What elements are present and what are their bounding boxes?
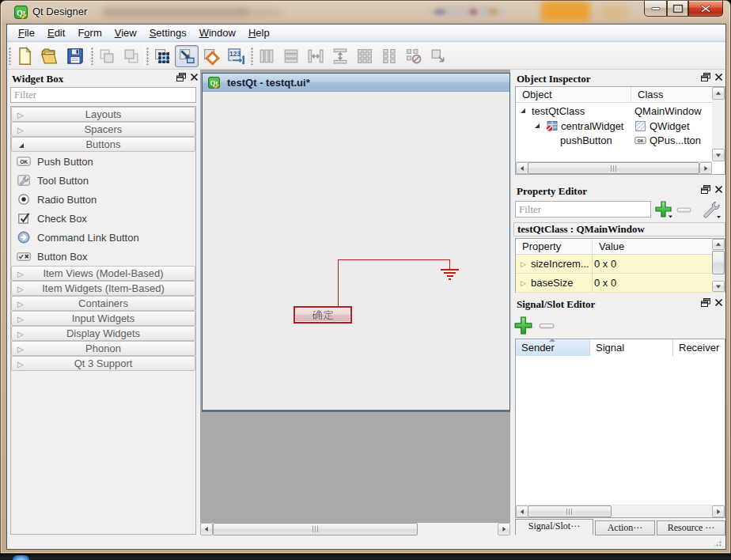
- scroll-left-icon[interactable]: [200, 523, 213, 535]
- pe-vscrollbar[interactable]: [712, 239, 725, 292]
- expand-arrow-icon[interactable]: ▷: [521, 260, 526, 268]
- column-header-value[interactable]: Value: [593, 239, 712, 255]
- category-input-widgets[interactable]: ▷Input Widgets: [11, 311, 195, 326]
- close-panel-icon[interactable]: [714, 72, 725, 83]
- category-containers[interactable]: ▷Containers: [11, 296, 195, 311]
- close-panel-icon[interactable]: [714, 184, 725, 195]
- scroll-left-icon[interactable]: [516, 505, 528, 517]
- object-inspector-tree[interactable]: Object Class testQtClassQMainWindowcentr…: [515, 86, 725, 175]
- scroll-right-icon[interactable]: [699, 162, 712, 174]
- open-form-button[interactable]: [38, 45, 62, 67]
- toolbar-handle[interactable]: [9, 47, 11, 65]
- float-panel-icon[interactable]: [700, 72, 712, 83]
- menu-form[interactable]: Form: [71, 25, 108, 41]
- widget-tool-button[interactable]: Tool Button: [11, 171, 195, 190]
- add-connection-icon[interactable]: [513, 316, 534, 336]
- toolbar-handle[interactable]: [146, 47, 149, 65]
- layout-vertical-splitter-button[interactable]: [328, 45, 352, 67]
- maximize-button[interactable]: [667, 1, 688, 17]
- lower-button[interactable]: [95, 45, 119, 67]
- scroll-down-icon[interactable]: [712, 149, 725, 161]
- layout-grid-button[interactable]: [353, 45, 377, 67]
- column-header-sender[interactable]: Sender: [516, 339, 590, 356]
- expand-arrow-icon[interactable]: ▷: [521, 279, 526, 287]
- layout-horizontal-splitter-button[interactable]: [304, 45, 328, 67]
- float-panel-icon[interactable]: [176, 72, 187, 83]
- new-form-button[interactable]: [13, 45, 36, 67]
- property-table[interactable]: Property Value ▷sizeIncrem...0 x 0▷baseS…: [515, 238, 725, 293]
- scroll-up-icon[interactable]: [712, 87, 725, 100]
- menu-help[interactable]: Help: [242, 25, 276, 41]
- pe-vscroll-thumb[interactable]: [712, 251, 725, 274]
- close-panel-icon[interactable]: [714, 297, 725, 308]
- form-window-titlebar[interactable]: Qt testQt - testqt.ui*: [203, 74, 509, 92]
- widget-command-link-button[interactable]: Command Link Button: [11, 228, 195, 247]
- column-header-property[interactable]: Property: [516, 239, 593, 255]
- break-layout-button[interactable]: [402, 45, 426, 67]
- expanded-arrow-icon[interactable]: [521, 108, 525, 113]
- oi-hscroll-thumb[interactable]: [528, 162, 699, 174]
- category-buttons[interactable]: Buttons: [11, 137, 195, 152]
- expanded-arrow-icon[interactable]: [535, 123, 540, 128]
- category-item-views-model-based-[interactable]: ▷Item Views (Model-Based): [11, 266, 195, 281]
- ss-hscrollbar[interactable]: [516, 505, 725, 517]
- column-header-object[interactable]: Object: [516, 87, 631, 103]
- title-bar[interactable]: Qt Qt Designer: [1, 1, 730, 24]
- widget-filter-input[interactable]: Filter: [10, 87, 196, 103]
- category-qt-3-support[interactable]: ▷Qt 3 Support: [11, 356, 195, 371]
- tab-action-[interactable]: Action···: [595, 520, 655, 535]
- category-display-widgets[interactable]: ▷Display Widgets: [11, 326, 195, 341]
- scroll-up-icon[interactable]: [712, 239, 725, 250]
- save-form-button[interactable]: [63, 45, 87, 67]
- adjust-size-button[interactable]: [426, 45, 450, 67]
- close-panel-icon[interactable]: [189, 72, 201, 83]
- property-row-baseSize[interactable]: ▷baseSize0 x 0: [516, 274, 725, 293]
- tree-row-pushButton[interactable]: pushButtonOKQPus...tton: [516, 133, 725, 147]
- tree-row-testQtClass[interactable]: testQtClassQMainWindow: [516, 104, 725, 118]
- menu-view[interactable]: View: [108, 25, 143, 41]
- minimize-button[interactable]: [644, 1, 667, 17]
- menu-settings[interactable]: Settings: [143, 25, 193, 41]
- tab-signal-slot-[interactable]: Signal/Slot···: [515, 519, 593, 535]
- mdi-hscrollbar[interactable]: [200, 523, 510, 535]
- add-property-icon[interactable]: [654, 200, 673, 219]
- toolbar-handle[interactable]: [251, 47, 253, 65]
- mdi-hscroll-thumb[interactable]: [213, 523, 418, 535]
- float-panel-icon[interactable]: [700, 297, 712, 308]
- remove-connection-icon[interactable]: [537, 316, 558, 336]
- form-canvas[interactable]: [203, 93, 509, 410]
- scroll-right-icon[interactable]: [498, 523, 510, 535]
- edit-buddies-button[interactable]: [199, 45, 223, 67]
- configure-property-icon[interactable]: [702, 200, 721, 219]
- layout-horizontally-button[interactable]: [255, 45, 278, 67]
- column-header-signal[interactable]: Signal: [590, 339, 673, 356]
- layout-form-button[interactable]: [377, 45, 401, 67]
- scroll-left-icon[interactable]: [516, 162, 528, 174]
- edit-tab-order-button[interactable]: 123: [224, 45, 248, 67]
- tree-row-centralWidget[interactable]: centralWidgetQWidget: [516, 119, 725, 133]
- menu-file[interactable]: File: [12, 25, 41, 41]
- oi-hscrollbar[interactable]: [516, 161, 712, 174]
- scroll-down-icon[interactable]: [712, 281, 725, 292]
- column-header-receiver[interactable]: Receiver: [673, 339, 725, 356]
- float-panel-icon[interactable]: [700, 184, 712, 195]
- widget-button-box[interactable]: Button Box: [11, 247, 195, 266]
- layout-vertically-button[interactable]: [279, 45, 303, 67]
- scroll-right-icon[interactable]: [712, 505, 725, 517]
- column-header-class[interactable]: Class: [631, 87, 712, 103]
- raise-button[interactable]: [119, 45, 143, 67]
- category-item-widgets-item-based-[interactable]: ▷Item Widgets (Item-Based): [11, 281, 195, 296]
- edit-signals-slots-button[interactable]: [175, 45, 199, 67]
- ss-hscroll-thumb[interactable]: [528, 505, 612, 517]
- property-filter-input[interactable]: Filter: [515, 201, 651, 218]
- signal-slot-table[interactable]: Sender Signal Receiver: [515, 339, 725, 518]
- widget-radio-button[interactable]: Radio Button: [11, 190, 195, 209]
- remove-property-icon[interactable]: [675, 200, 694, 219]
- category-phonon[interactable]: ▷Phonon: [11, 341, 195, 356]
- menu-window[interactable]: Window: [193, 25, 242, 41]
- category-layouts[interactable]: ▷Layouts: [11, 107, 195, 122]
- category-spacers[interactable]: ▷Spacers: [11, 122, 195, 137]
- property-row-sizeIncrem[interactable]: ▷sizeIncrem...0 x 0: [516, 255, 725, 274]
- menu-edit[interactable]: Edit: [41, 25, 71, 41]
- edit-widgets-button[interactable]: [150, 45, 174, 67]
